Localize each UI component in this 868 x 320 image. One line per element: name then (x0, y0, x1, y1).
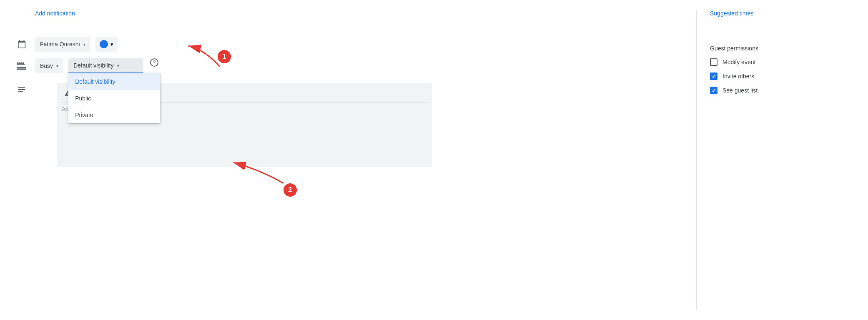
visibility-chevron: ▾ (117, 63, 119, 68)
help-icon[interactable]: ? (150, 58, 158, 67)
visibility-label: Default visibility (73, 62, 113, 69)
visibility-wrapper: Default visibility ▾ Default visibility … (68, 58, 143, 73)
invite-others-label: Invite others (722, 73, 754, 80)
visibility-option-public[interactable]: Public (68, 90, 160, 107)
calendar-icon (13, 40, 30, 49)
color-circle (100, 40, 108, 48)
status-chevron: ▾ (56, 64, 58, 68)
calendar-user-chevron: ▾ (83, 42, 85, 47)
color-chevron: ▾ (110, 41, 113, 48)
right-panel: Suggested times Guest permissions Modify… (696, 10, 855, 310)
annotation-badge-1: 1 (218, 50, 231, 63)
status-dropdown[interactable]: Busy ▾ (35, 58, 63, 73)
status-icon (13, 58, 30, 71)
description-icon (13, 80, 30, 94)
permission-invite-others: Invite others (710, 72, 855, 80)
annotation-badge-2: 2 (283, 183, 297, 197)
invite-others-checkbox[interactable] (710, 72, 717, 80)
status-label: Busy (40, 62, 53, 69)
suggested-times-link[interactable]: Suggested times (710, 10, 753, 17)
visibility-option-private[interactable]: Private (68, 107, 160, 123)
visibility-option-default[interactable]: Default visibility (68, 73, 160, 90)
visibility-dropdown[interactable]: Default visibility ▾ (68, 58, 143, 73)
guest-permissions-title: Guest permissions (710, 45, 855, 52)
add-notification-link[interactable]: Add notification (35, 10, 75, 17)
calendar-user-dropdown[interactable]: Fatima Qureshi ▾ (35, 37, 90, 52)
see-guest-list-checkbox[interactable] (710, 87, 717, 94)
permission-modify-event: Modify event (710, 58, 855, 66)
modify-event-label: Modify event (722, 59, 755, 65)
modify-event-checkbox[interactable] (710, 58, 717, 66)
visibility-menu: Default visibility Public Private (68, 73, 160, 123)
see-guest-list-label: See guest list (722, 87, 758, 94)
calendar-user-name: Fatima Qureshi (40, 41, 80, 48)
color-picker-dropdown[interactable]: ▾ (95, 37, 118, 52)
permission-see-guest-list: See guest list (710, 87, 855, 94)
